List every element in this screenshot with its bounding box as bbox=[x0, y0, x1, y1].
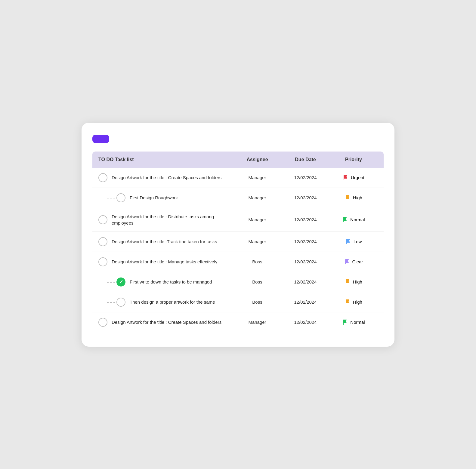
task-due-date: 12/02/2024 bbox=[281, 279, 329, 284]
task-label: Design Artwork for the title : Create Sp… bbox=[112, 319, 221, 325]
task-priority: Urgent bbox=[329, 175, 378, 181]
table-row[interactable]: First Design RoughworkManager12/02/2024H… bbox=[92, 188, 384, 208]
task-name-cell: Design Artwork for the title : Manage ta… bbox=[98, 257, 233, 266]
task-due-date: 12/02/2024 bbox=[281, 175, 329, 180]
col-priority: Priority bbox=[329, 157, 378, 162]
priority-flag-icon bbox=[345, 195, 351, 201]
priority-flag-icon bbox=[342, 319, 348, 325]
task-assignee: Manager bbox=[233, 239, 281, 244]
task-priority: Normal bbox=[329, 217, 378, 223]
priority-flag-icon bbox=[345, 239, 351, 245]
col-task-list: TO DO Task list bbox=[98, 157, 233, 162]
priority-flag-icon bbox=[342, 217, 348, 223]
priority-label: Urgent bbox=[351, 175, 364, 180]
page-header bbox=[92, 135, 384, 143]
task-due-date: 12/02/2024 bbox=[281, 239, 329, 244]
task-priority: High bbox=[329, 279, 378, 285]
col-assignee: Assignee bbox=[233, 157, 281, 162]
priority-flag-icon bbox=[344, 259, 350, 265]
task-checkbox[interactable] bbox=[98, 237, 107, 246]
priority-label: High bbox=[353, 279, 362, 284]
task-label: Then design a proper artwork for the sam… bbox=[130, 299, 215, 305]
task-assignee: Manager bbox=[233, 195, 281, 200]
task-name-cell: Design Artwork for the title : Create Sp… bbox=[98, 318, 233, 327]
table-row[interactable]: Design Artwork for the title : Create Sp… bbox=[92, 168, 384, 188]
task-label: Design Artwork for the title : Manage ta… bbox=[112, 259, 218, 265]
task-assignee: Manager bbox=[233, 217, 281, 222]
task-assignee: Manager bbox=[233, 320, 281, 325]
task-checkbox[interactable] bbox=[98, 173, 107, 182]
task-priority: Clear bbox=[329, 259, 378, 265]
task-name-cell: Design Artwork for the title :Track tine… bbox=[98, 237, 233, 246]
task-table: TO DO Task list Assignee Due Date Priori… bbox=[92, 152, 384, 332]
task-name-cell: Then design a proper artwork for the sam… bbox=[98, 298, 233, 307]
table-row[interactable]: First write down the tasks to be managed… bbox=[92, 272, 384, 292]
table-body: Design Artwork for the title : Create Sp… bbox=[92, 168, 384, 332]
task-due-date: 12/02/2024 bbox=[281, 299, 329, 305]
task-checkbox[interactable] bbox=[98, 257, 107, 266]
task-priority: Low bbox=[329, 239, 378, 245]
task-checkbox[interactable] bbox=[116, 277, 125, 287]
task-label: Design Artwork for the title :Track tine… bbox=[112, 238, 217, 245]
priority-flag-icon bbox=[345, 299, 351, 305]
task-assignee: Boss bbox=[233, 279, 281, 284]
task-checkbox[interactable] bbox=[116, 298, 125, 307]
task-priority: Normal bbox=[329, 319, 378, 325]
task-priority: High bbox=[329, 299, 378, 305]
priority-label: Clear bbox=[352, 259, 363, 264]
priority-label: Normal bbox=[350, 320, 365, 325]
priority-flag-icon bbox=[343, 175, 349, 181]
main-card: TO DO Task list Assignee Due Date Priori… bbox=[82, 123, 394, 347]
table-row[interactable]: Design Artwork for the title :Track tine… bbox=[92, 232, 384, 252]
table-row[interactable]: Design Artwork for the title : Create Sp… bbox=[92, 312, 384, 332]
task-name-cell: Design Artwork for the title : Create Sp… bbox=[98, 173, 233, 182]
table-row[interactable]: Then design a proper artwork for the sam… bbox=[92, 292, 384, 312]
task-name-cell: Design Artwork for the title : Distribut… bbox=[98, 213, 233, 226]
task-checkbox[interactable] bbox=[98, 318, 107, 327]
task-due-date: 12/02/2024 bbox=[281, 217, 329, 222]
priority-label: Low bbox=[354, 239, 362, 244]
priority-flag-icon bbox=[345, 279, 351, 285]
task-name-cell: First Design Roughwork bbox=[98, 193, 233, 202]
task-assignee: Manager bbox=[233, 175, 281, 180]
task-label: Design Artwork for the title : Distribut… bbox=[112, 213, 233, 226]
header-badge bbox=[92, 135, 109, 143]
task-label: First Design Roughwork bbox=[130, 195, 178, 201]
priority-label: Normal bbox=[350, 217, 365, 222]
priority-label: High bbox=[353, 195, 362, 200]
table-row[interactable]: Design Artwork for the title : Distribut… bbox=[92, 208, 384, 232]
priority-label: High bbox=[353, 299, 362, 305]
task-checkbox[interactable] bbox=[116, 193, 125, 202]
task-assignee: Boss bbox=[233, 299, 281, 305]
task-label: First write down the tasks to be managed bbox=[130, 279, 212, 285]
task-assignee: Boss bbox=[233, 259, 281, 264]
task-due-date: 12/02/2024 bbox=[281, 320, 329, 325]
task-checkbox[interactable] bbox=[98, 215, 107, 224]
task-label: Design Artwork for the title : Create Sp… bbox=[112, 174, 221, 181]
task-due-date: 12/02/2024 bbox=[281, 259, 329, 264]
task-due-date: 12/02/2024 bbox=[281, 195, 329, 200]
task-priority: High bbox=[329, 195, 378, 201]
table-row[interactable]: Design Artwork for the title : Manage ta… bbox=[92, 252, 384, 272]
col-due-date: Due Date bbox=[281, 157, 329, 162]
task-name-cell: First write down the tasks to be managed bbox=[98, 277, 233, 287]
table-header: TO DO Task list Assignee Due Date Priori… bbox=[92, 152, 384, 168]
